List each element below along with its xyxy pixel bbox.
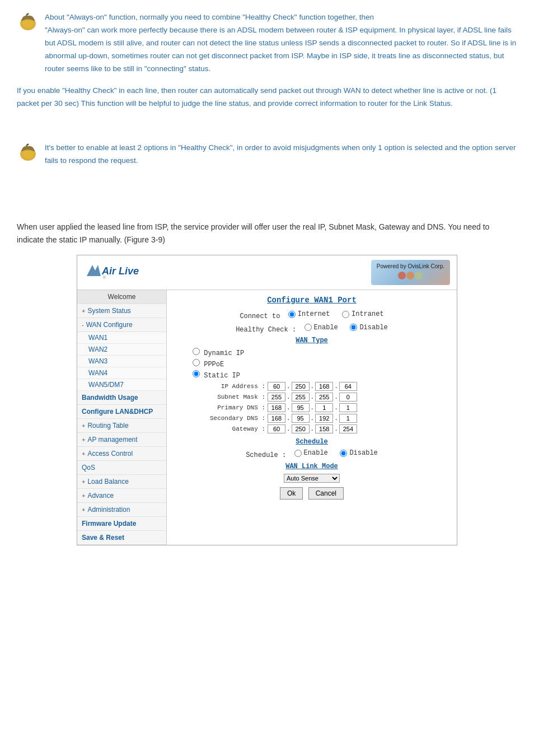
sched-disable-text: Disable: [349, 449, 377, 457]
routing-table-link[interactable]: Routing Table: [87, 422, 128, 430]
sidebar-item-welcome[interactable]: Welcome: [77, 290, 166, 304]
gw-oct3[interactable]: [315, 424, 333, 433]
schedule-row: Schedule : Enable Disable: [176, 449, 448, 459]
sidebar-sub-wan5dm7[interactable]: WAN5/DM7: [77, 379, 166, 391]
plus-icon-system: +: [82, 307, 85, 314]
wan-configure-link[interactable]: WAN Configure: [86, 321, 133, 329]
pdns-oct2[interactable]: [292, 403, 310, 412]
static-text: When user applied the leased line from I…: [17, 221, 517, 246]
sched-enable-radio[interactable]: [294, 450, 302, 457]
ip-oct4[interactable]: [339, 382, 357, 391]
spacer3: [332, 451, 336, 459]
ip-address-label: IP Address :: [193, 383, 265, 390]
gw-oct1[interactable]: [268, 424, 285, 433]
ap-management-link[interactable]: AP management: [87, 436, 137, 444]
subnet-mask-row: Subnet Mask : . . .: [193, 393, 448, 402]
gap-2: [17, 176, 517, 198]
sidebar-sub-wan3[interactable]: WAN3: [77, 356, 166, 367]
sidebar-item-configure-lan-dhcp[interactable]: Configure LAN&DHCP: [77, 405, 166, 419]
sidebar-item-save-reset[interactable]: Save & Reset: [77, 531, 166, 545]
static-ip-radio[interactable]: [193, 370, 200, 377]
system-status-link[interactable]: System Status: [87, 307, 130, 315]
gateway-row: Gateway : . . .: [193, 424, 448, 433]
sidebar-item-access-control[interactable]: + Access Control: [77, 447, 166, 461]
cancel-button[interactable]: Cancel: [308, 487, 344, 500]
administration-link[interactable]: Administration: [87, 506, 130, 514]
gw-oct2[interactable]: [292, 424, 310, 433]
static-ip-label[interactable]: Static IP: [193, 370, 448, 380]
wan-type-title: WAN Type: [176, 337, 448, 344]
sched-disable-radio[interactable]: [340, 450, 347, 457]
primary-dns-label: Primary DNS :: [193, 404, 265, 411]
ip-oct3[interactable]: [315, 382, 333, 391]
sidebar-item-qos[interactable]: QoS: [77, 461, 166, 475]
sm-oct4[interactable]: [339, 393, 357, 402]
hc-disable-radio[interactable]: [350, 324, 357, 331]
sm-oct1[interactable]: [268, 393, 285, 402]
sidebar-sub-wan4[interactable]: WAN4: [77, 367, 166, 379]
internet-radio-label[interactable]: Internet: [288, 310, 330, 318]
sidebar-sub-wan1[interactable]: WAN1: [77, 332, 166, 344]
pppoe-label[interactable]: PPPoE: [193, 359, 448, 368]
pdns-oct1[interactable]: [268, 403, 285, 412]
sdns-oct1[interactable]: [268, 414, 285, 423]
main-title: Configure WAN1 Port: [176, 296, 448, 305]
sidebar-item-system-status[interactable]: + System Status: [77, 304, 166, 318]
ip-oct2[interactable]: [292, 382, 310, 391]
sched-enable-label[interactable]: Enable: [294, 449, 328, 457]
ip-address-row: IP Address : . . .: [193, 382, 448, 391]
sidebar-item-bandwidth-usage[interactable]: Bandwidth Usage: [77, 391, 166, 405]
hc-enable-text: Enable: [314, 324, 338, 332]
ip-oct1[interactable]: [268, 382, 285, 391]
router-header: Air Live ® Powered by OvisLink Corp.: [77, 255, 457, 290]
sidebar-item-routing-table[interactable]: + Routing Table: [77, 419, 166, 433]
wan-link-mode-select[interactable]: Auto Sense 10 Mbps 100 Mbps: [284, 474, 340, 483]
sm-oct3[interactable]: [315, 393, 333, 402]
advance-link[interactable]: Advance: [87, 492, 114, 500]
pdns-oct3[interactable]: [315, 403, 333, 412]
ok-button[interactable]: Ok: [280, 487, 303, 500]
intranet-radio[interactable]: [342, 311, 349, 318]
spacer1: [334, 312, 338, 320]
sdns-oct4[interactable]: [339, 414, 357, 423]
intranet-radio-label[interactable]: Intranet: [342, 310, 384, 318]
primary-dns-row: Primary DNS : . . .: [193, 403, 448, 412]
powered-badge: Powered by OvisLink Corp.: [371, 260, 450, 285]
dynamic-ip-radio[interactable]: [193, 348, 200, 355]
sm-oct2[interactable]: [292, 393, 310, 402]
sidebar-sub-wan2[interactable]: WAN2: [77, 344, 166, 356]
svg-marker-4: [87, 265, 101, 276]
sidebar-item-ap-management[interactable]: + AP management: [77, 433, 166, 447]
internet-label: Internet: [298, 310, 330, 318]
pdns-oct4[interactable]: [339, 403, 357, 412]
hc-disable-label[interactable]: Disable: [350, 324, 387, 332]
plus-icon-ap: +: [82, 436, 85, 443]
sidebar-item-load-balance[interactable]: + Load Balance: [77, 475, 166, 489]
hc-enable-radio[interactable]: [305, 324, 312, 331]
gap-3: [17, 198, 517, 221]
load-balance-link[interactable]: Load Balance: [87, 478, 128, 486]
internet-radio[interactable]: [288, 311, 296, 318]
pppoe-radio[interactable]: [193, 359, 200, 366]
sidebar-item-wan-configure[interactable]: - WAN Configure: [77, 318, 166, 332]
spacer2: [342, 325, 346, 333]
info-text-block-2: If you enable "Healthy Check" in each li…: [17, 85, 517, 110]
plus-icon-access: +: [82, 450, 85, 457]
sched-disable-label[interactable]: Disable: [340, 449, 377, 457]
dynamic-ip-label[interactable]: Dynamic IP: [193, 348, 448, 357]
connect-to-row: Connect to Internet Intranet: [176, 310, 448, 320]
sidebar-item-advance[interactable]: + Advance: [77, 489, 166, 503]
schedule-label: Schedule :: [246, 451, 290, 459]
sidebar-item-administration[interactable]: + Administration: [77, 503, 166, 517]
sdns-oct2[interactable]: [292, 414, 310, 423]
airlive-logo: Air Live ®: [84, 262, 140, 283]
gap-1: [17, 119, 517, 142]
svg-text:Air Live: Air Live: [101, 265, 139, 277]
sidebar-item-firmware-update[interactable]: Firmware Update: [77, 517, 166, 531]
sched-enable-text: Enable: [304, 449, 328, 457]
access-control-link[interactable]: Access Control: [87, 450, 133, 458]
sdns-oct3[interactable]: [315, 414, 333, 423]
hc-enable-label[interactable]: Enable: [305, 324, 338, 332]
gw-oct4[interactable]: [339, 424, 357, 433]
secondary-dns-row: Secondary DNS : . . .: [193, 414, 448, 423]
